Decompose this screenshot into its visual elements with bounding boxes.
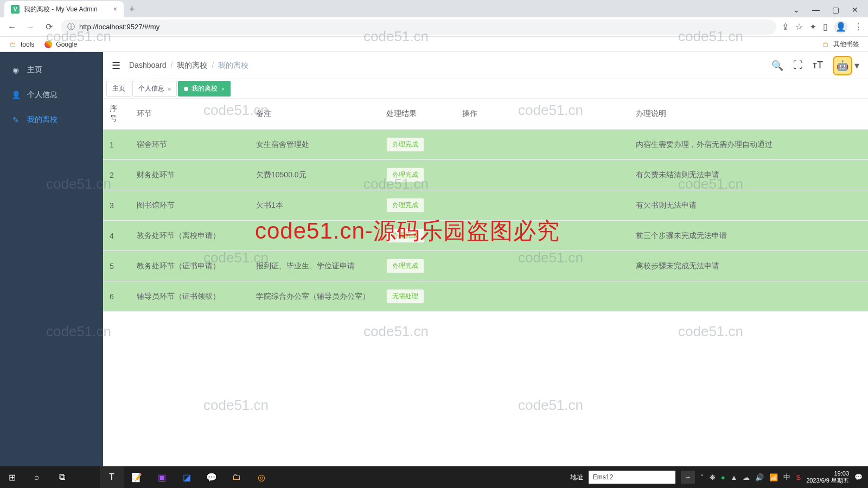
forward-button[interactable]: → [24,22,37,32]
breadcrumb-sep: / [171,61,173,70]
sidebar-item-home[interactable]: ◉ 主页 [0,57,103,82]
reload-button[interactable]: ⟳ [42,22,55,32]
go-button[interactable]: → [681,471,695,484]
tab-profile[interactable]: 个人信息 × [132,81,177,97]
bookmark-google[interactable]: Google [44,40,77,49]
fontsize-icon[interactable]: тT [813,60,823,71]
cell-note: 报到证、毕业生、学位证申请 [250,251,380,281]
tray-icon[interactable]: S [796,473,801,481]
tab-label: 主页 [112,84,125,93]
tray-icon[interactable]: ● [721,473,725,481]
cell-action [456,281,629,312]
wechat-icon[interactable]: 💬 [200,466,224,488]
breadcrumb-sep: / [212,61,214,70]
cell-action [456,160,629,190]
cell-note [250,221,380,251]
cell-result: 办理完成 [380,251,456,281]
table-row: 6辅导员环节（证书领取）学院综合办公室（辅导员办公室）无需处理 [103,281,868,312]
minimize-icon[interactable]: — [808,5,824,14]
profile-icon[interactable]: 👤 [834,21,847,34]
bookmark-label: tools [21,41,34,48]
cell-desc: 内宿生需要办理，外宿无需办理自动通过 [629,130,868,160]
cell-desc [629,281,868,312]
tab-title: 我的离校 - My Vue Admin [24,5,98,14]
clock[interactable]: 19:03 2023/6/9 星期五 [806,470,849,484]
cell-result: 办理完成 [380,190,456,221]
fullscreen-icon[interactable]: ⛶ [793,60,803,71]
tab-home[interactable]: 主页 [106,81,131,97]
app-icon[interactable]: 📝 [125,466,149,488]
bookmark-tools[interactable]: 🗀 tools [9,40,34,49]
wifi-icon[interactable]: 📶 [769,473,778,481]
breadcrumb-item[interactable]: Dashboard [129,61,167,70]
url-input[interactable]: ⓘ http://localhost:9527/#/my [61,20,776,35]
hamburger-icon[interactable]: ☰ [112,60,120,72]
topbar-tools: 🔍 ⛶ тT 🤖 ▾ [771,56,859,75]
star-icon[interactable]: ☆ [795,22,803,32]
tray-icon[interactable]: ▲ [731,473,738,481]
chrome-app-icon[interactable] [75,466,99,488]
ime-icon[interactable]: 中 [783,472,790,482]
app-icon[interactable]: ▣ [150,466,174,488]
chevron-down-icon[interactable]: ⌄ [789,5,804,14]
date: 2023/6/9 星期五 [806,477,849,484]
close-icon[interactable]: × [113,5,117,13]
th-action: 操作 [456,99,629,130]
tray-icon[interactable]: ❋ [710,473,716,481]
sidepanel-icon[interactable]: ▯ [823,22,828,32]
sidebar-item-profile[interactable]: 👤 个人信息 [0,82,103,107]
tray-icon[interactable]: ☁ [743,473,750,481]
cell-action [456,251,629,281]
browser-tab[interactable]: V 我的离校 - My Vue Admin × [4,1,124,17]
tab-leave[interactable]: 我的离校 × [178,81,230,97]
user-icon: 👤 [11,91,21,99]
th-seq: 序号 [103,99,130,130]
close-icon[interactable]: × [221,86,224,92]
cell-seq: 1 [103,130,130,160]
browser-toolbar-icons: ⇪ ☆ ✦ ▯ 👤 ⋮ [782,21,863,34]
leave-steps-table: 序号 环节 备注 处理结果 操作 办理说明 1宿舍环节女生宿舍管理处办理完成内宿… [103,99,868,312]
status-badge: 办理完成 [386,198,424,213]
sidebar-item-leave[interactable]: ✎ 我的离校 [0,107,103,132]
chevron-down-icon: ▾ [854,60,859,72]
menu-icon[interactable]: ⋮ [854,22,863,32]
start-button[interactable]: ⊞ [0,466,24,488]
address-bar: ← → ⟳ ⓘ http://localhost:9527/#/my ⇪ ☆ ✦… [0,17,868,37]
chevron-up-icon[interactable]: ˄ [700,473,704,481]
close-window-icon[interactable]: ✕ [847,5,863,14]
breadcrumb-current: 我的离校 [218,61,248,70]
breadcrumb: Dashboard / 我的离校 / 我的离校 [129,61,248,70]
share-icon[interactable]: ⇪ [782,22,789,32]
active-dot-icon [184,87,188,91]
close-icon[interactable]: × [168,86,171,92]
extensions-icon[interactable]: ✦ [809,22,816,32]
search-icon[interactable]: 🔍 [771,60,783,72]
back-button[interactable]: ← [5,22,18,32]
windows-taskbar: ⊞ ⌕ ⧉ T 📝 ▣ ◪ 💬 🗀 ◎ 地址 → ˄ ❋ ● ▲ ☁ 🔊 📶 中… [0,466,868,488]
explorer-icon[interactable]: 🗀 [225,466,248,488]
taskbar-addr-input[interactable] [589,471,675,484]
bookmark-other[interactable]: 🗀 其他书签 [821,40,859,49]
volume-icon[interactable]: 🔊 [755,473,764,481]
cell-step: 图书馆环节 [130,190,250,221]
table-row: 1宿舍环节女生宿舍管理处办理完成内宿生需要办理，外宿无需办理自动通过 [103,130,868,160]
time: 19:03 [806,470,849,477]
maximize-icon[interactable]: ▢ [828,5,843,14]
status-badge: 办理完成 [386,228,424,243]
sidebar-item-label: 个人信息 [27,90,58,100]
app-icon[interactable]: ◎ [250,466,273,488]
breadcrumb-item[interactable]: 我的离校 [177,61,207,70]
user-menu[interactable]: 🤖 ▾ [833,56,859,75]
cell-desc: 有欠书则无法申请 [629,190,868,221]
table-row: 3图书馆环节欠书1本办理完成有欠书则无法申请 [103,190,868,221]
app-icon[interactable]: T [100,466,124,488]
search-button[interactable]: ⌕ [25,466,49,488]
taskview-button[interactable]: ⧉ [50,466,74,488]
cell-seq: 5 [103,251,130,281]
app-icon[interactable]: ◪ [175,466,199,488]
new-tab-button[interactable]: + [124,4,141,15]
cell-seq: 4 [103,221,130,251]
cell-action [456,190,629,221]
info-icon: ⓘ [67,22,75,32]
notifications-icon[interactable]: 💬 [854,473,863,481]
